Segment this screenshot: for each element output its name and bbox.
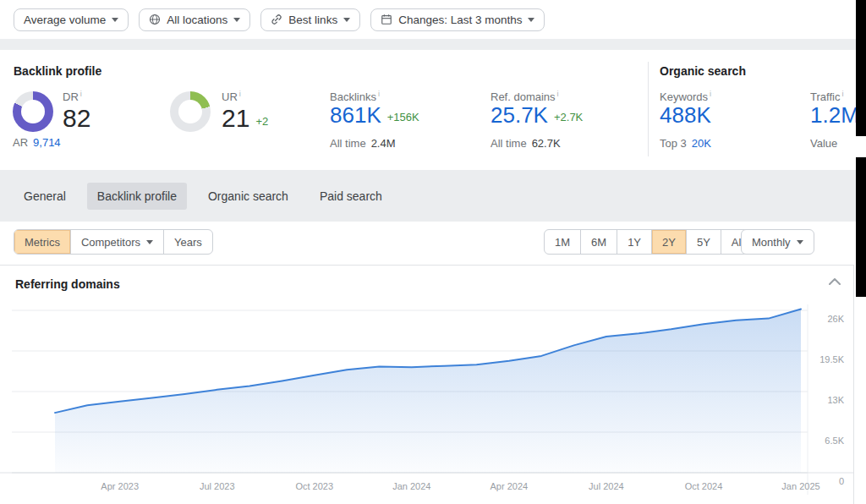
y-axis-tick-label: 6.5K <box>825 436 844 446</box>
ref-domains-alltime-row: All time62.7K <box>491 137 561 150</box>
calendar-icon <box>381 14 392 25</box>
section-divider <box>648 62 649 156</box>
x-axis-tick-label: Jul 2024 <box>573 481 640 491</box>
ar-rank-row: AR9,714 <box>13 136 61 149</box>
ahrefs-dashboard: Average volume All locations Best links … <box>0 0 866 504</box>
y-axis-tick-label: 0 <box>839 476 844 486</box>
keywords-top3-row: Top 320K <box>660 137 711 150</box>
chart-controls-row: Metrics Competitors Years 1M 6M 1Y 2Y 5Y… <box>0 222 866 265</box>
dr-label: DRi <box>63 90 82 103</box>
y-axis-tick-label: 19.5K <box>819 354 844 364</box>
traffic-value-label: Value <box>810 137 837 150</box>
range-5y[interactable]: 5Y <box>686 230 721 254</box>
ur-delta: +2 <box>255 115 268 128</box>
backlinks-value[interactable]: 861K+156K <box>330 104 419 126</box>
tab-general[interactable]: General <box>14 183 76 210</box>
x-axis-tick-label: Jul 2023 <box>184 481 251 491</box>
traffic-value[interactable]: 1.2M <box>810 104 859 126</box>
caret-down-icon <box>112 18 118 22</box>
link-icon <box>271 14 282 25</box>
screen-artifact-bar <box>856 0 866 136</box>
view-mode-years[interactable]: Years <box>163 230 212 254</box>
x-axis-tick-label: Apr 2024 <box>475 481 543 491</box>
best-links-dropdown[interactable]: Best links <box>260 8 360 31</box>
top3-link[interactable]: 20K <box>692 137 711 150</box>
info-icon: i <box>239 90 241 98</box>
caret-down-icon <box>528 18 534 22</box>
referring-domains-title: Referring domains <box>15 277 120 291</box>
changes-period-label: Changes: Last 3 months <box>398 14 522 26</box>
ref-domains-value[interactable]: 25.7K+2.7K <box>491 104 583 126</box>
range-6m[interactable]: 6M <box>580 230 617 254</box>
caret-down-icon <box>797 240 803 244</box>
ref-domains-delta: +2.7K <box>554 111 583 123</box>
organic-search-section-title: Organic search <box>660 64 746 78</box>
info-icon: i <box>557 90 559 98</box>
locations-label: All locations <box>167 14 227 26</box>
caret-down-icon <box>233 18 240 22</box>
time-range-segmented-control: 1M 6M 1Y 2Y 5Y All <box>544 229 754 255</box>
view-mode-competitors[interactable]: Competitors <box>70 230 163 254</box>
tab-organic-search[interactable]: Organic search <box>198 183 299 210</box>
screen-artifact-bar <box>856 157 866 297</box>
average-volume-dropdown[interactable]: Average volume <box>14 8 129 31</box>
ar-rank-link[interactable]: 9,714 <box>33 136 61 149</box>
x-axis-tick-label: Apr 2023 <box>86 481 154 491</box>
backlink-profile-section-title: Backlink profile <box>14 64 101 78</box>
average-volume-label: Average volume <box>24 14 106 26</box>
x-axis-tick-label: Oct 2024 <box>670 481 737 491</box>
caret-down-icon <box>343 18 350 22</box>
info-icon: i <box>378 90 380 98</box>
info-icon: i <box>841 90 843 98</box>
info-icon: i <box>80 90 82 98</box>
filter-toolbar: Average volume All locations Best links … <box>0 0 866 39</box>
backlinks-delta: +156K <box>387 111 419 123</box>
x-axis-tick-label: Jan 2025 <box>767 481 835 491</box>
x-axis-tick-label: Oct 2023 <box>281 481 348 491</box>
backlinks-alltime-row: All time2.4M <box>330 137 396 150</box>
traffic-label: Traffici <box>810 90 843 103</box>
ref-domains-label: Ref. domainsi <box>491 90 559 103</box>
keywords-label: Keywordsi <box>660 90 711 103</box>
ur-label: URi <box>222 90 241 103</box>
changes-period-dropdown[interactable]: Changes: Last 3 months <box>370 8 545 31</box>
range-1m[interactable]: 1M <box>545 230 580 254</box>
best-links-label: Best links <box>288 14 337 26</box>
interval-monthly[interactable]: Monthly <box>742 230 814 254</box>
y-axis-tick-label: 26K <box>827 314 844 324</box>
x-axis-tick-label: Jan 2024 <box>378 481 446 491</box>
interval-dropdown: Monthly <box>741 229 814 255</box>
collapse-chevron-up-icon[interactable] <box>829 278 841 285</box>
keywords-value[interactable]: 488K <box>660 104 711 126</box>
y-axis-tick-label: 13K <box>827 395 844 405</box>
tab-backlink-profile[interactable]: Backlink profile <box>87 183 187 210</box>
view-mode-metrics[interactable]: Metrics <box>14 230 70 254</box>
overview-stats-card: Backlink profile DRi 82 AR9,714 URi 21+2… <box>0 50 866 170</box>
caret-down-icon <box>146 240 153 244</box>
range-2y[interactable]: 2Y <box>651 230 686 254</box>
ur-donut-gauge <box>170 91 211 132</box>
locations-dropdown[interactable]: All locations <box>139 8 250 31</box>
info-icon: i <box>710 90 711 98</box>
referring-domains-chart-plot[interactable] <box>0 300 854 504</box>
range-1y[interactable]: 1Y <box>617 230 651 254</box>
tab-paid-search[interactable]: Paid search <box>310 183 392 210</box>
ur-value: 21+2 <box>222 106 268 131</box>
dr-value: 82 <box>63 106 90 131</box>
backlinks-label: Backlinksi <box>330 90 380 103</box>
view-mode-segmented-control: Metrics Competitors Years <box>14 229 213 255</box>
page-background-band <box>0 39 866 50</box>
dr-donut-gauge <box>13 91 53 132</box>
globe-icon <box>149 14 161 25</box>
report-tabbar: General Backlink profile Organic search … <box>0 170 866 222</box>
